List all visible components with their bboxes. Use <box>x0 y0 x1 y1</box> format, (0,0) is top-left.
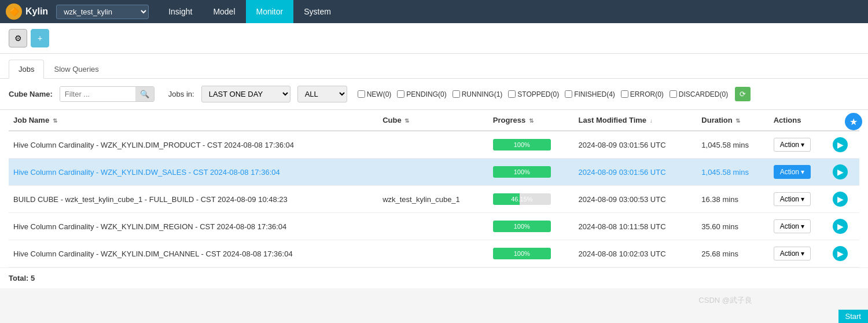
last-modified-cell: 2024-08-09 03:01:56 UTC <box>574 131 697 159</box>
progress-text: 100% <box>493 223 551 230</box>
job-name-cell: BUILD CUBE - wzk_test_kylin_cube_1 - FUL… <box>9 186 378 213</box>
progress-cell: 100% <box>488 159 574 186</box>
search-button[interactable]: 🔍 <box>135 87 154 101</box>
detail-cell: ▶ <box>828 131 859 159</box>
brand-name: Kylin <box>25 6 48 17</box>
star-button[interactable]: ★ <box>845 113 862 130</box>
detail-button[interactable]: ▶ <box>833 164 848 179</box>
detail-cell: ▶ <box>828 186 859 213</box>
action-cell: Action ▾ <box>769 213 829 240</box>
type-select[interactable]: ALL BUILD MERGE <box>297 86 347 102</box>
nav-tab-monitor[interactable]: Monitor <box>246 0 294 23</box>
action-button[interactable]: Action ▾ <box>774 138 811 152</box>
progress-text: 46.15% <box>493 196 551 203</box>
job-name-cell: Hive Column Cardinality - WZK_KYLIN.DIM_… <box>9 213 378 240</box>
progress-text: 100% <box>493 168 551 175</box>
action-button[interactable]: Action ▾ <box>774 247 811 260</box>
job-name-cell: Hive Column Cardinality - WZK_KYLIN.DW_S… <box>9 159 378 186</box>
duration-cell: 1,045.58 mins <box>697 131 768 159</box>
progress-cell: 100% <box>488 131 574 159</box>
jobs-table: Job Name ⇅ Cube ⇅ Progress ⇅ Last Modifi… <box>9 110 859 267</box>
cube-filter-wrap: 🔍 <box>60 86 155 102</box>
cube-cell <box>378 213 488 240</box>
cube-cell <box>378 240 488 267</box>
sort-icon-cube: ⇅ <box>404 118 409 124</box>
checkbox-stopped[interactable]: STOPPED(0) <box>508 90 559 98</box>
action-cell: Action ▾ <box>769 240 829 267</box>
tab-jobs[interactable]: Jobs <box>9 60 44 79</box>
sort-icon-duration: ⇅ <box>735 118 740 124</box>
status-checkboxes: NEW(0) PENDING(0) RUNNING(1) STOPPED(0) … <box>358 90 729 98</box>
project-select[interactable]: wzk_test_kylin <box>56 5 149 19</box>
cube-cell <box>378 159 488 186</box>
col-job-name[interactable]: Job Name ⇅ <box>9 110 378 131</box>
table-footer: Total: 5 <box>0 267 868 288</box>
col-cube[interactable]: Cube ⇅ <box>378 110 488 131</box>
sort-icon-progress: ⇅ <box>529 118 534 124</box>
detail-button[interactable]: ▶ <box>833 246 848 261</box>
table-row: Hive Column Cardinality - WZK_KYLIN.DIM_… <box>9 213 859 240</box>
jobs-in-label: Jobs in: <box>168 90 194 98</box>
checkbox-new[interactable]: NEW(0) <box>358 90 392 98</box>
table-row: Hive Column Cardinality - WZK_KYLIN.DW_S… <box>9 159 859 186</box>
detail-button[interactable]: ▶ <box>833 219 848 234</box>
action-cell: Action ▾ <box>769 186 829 213</box>
nav-tab-insight[interactable]: Insight <box>158 0 203 23</box>
checkbox-running[interactable]: RUNNING(1) <box>453 90 503 98</box>
sort-icon-job-name: ⇅ <box>53 118 57 124</box>
detail-button[interactable]: ▶ <box>833 137 848 152</box>
add-button[interactable]: + <box>31 29 49 47</box>
job-name-cell: Hive Column Cardinality - WZK_KYLIN.DIM_… <box>9 131 378 159</box>
progress-text: 100% <box>493 250 551 257</box>
nav-tab-model[interactable]: Model <box>203 0 245 23</box>
detail-cell: ▶ <box>828 240 859 267</box>
detail-cell: ▶ <box>828 159 859 186</box>
toolbar: ⚙ + <box>0 23 868 54</box>
progress-text: 100% <box>493 141 551 148</box>
table-row: Hive Column Cardinality - WZK_KYLIN.DIM_… <box>9 240 859 267</box>
progress-cell: 100% <box>488 240 574 267</box>
action-button[interactable]: Action ▾ <box>774 219 811 233</box>
navbar: 🔶 Kylin wzk_test_kylin Insight Model Mon… <box>0 0 868 23</box>
last-modified-cell: 2024-08-08 10:11:58 UTC <box>574 213 697 240</box>
col-progress[interactable]: Progress ⇅ <box>488 110 574 131</box>
duration-cell: 25.68 mins <box>697 240 768 267</box>
action-cell: Action ▾ <box>769 159 829 186</box>
duration-cell: 35.60 mins <box>697 213 768 240</box>
total-label: Total: 5 <box>9 274 35 282</box>
nav-tabs: Insight Model Monitor System <box>158 0 341 23</box>
sort-icon-last-modified: ↓ <box>650 118 653 124</box>
checkbox-finished[interactable]: FINISHED(4) <box>565 90 615 98</box>
action-button[interactable]: Action ▾ <box>774 165 811 179</box>
refresh-button[interactable]: ⟳ <box>735 87 751 101</box>
job-name-link[interactable]: Hive Column Cardinality - WZK_KYLIN.DW_S… <box>13 168 280 177</box>
page-tabs: Jobs Slow Queries <box>0 54 868 79</box>
detail-button[interactable]: ▶ <box>833 192 848 207</box>
detail-cell: ▶ <box>828 213 859 240</box>
last-modified-cell: 2024-08-08 10:02:03 UTC <box>574 240 697 267</box>
duration-cell: 16.38 mins <box>697 186 768 213</box>
table-row: BUILD CUBE - wzk_test_kylin_cube_1 - FUL… <box>9 186 859 213</box>
checkbox-error[interactable]: ERROR(0) <box>621 90 664 98</box>
checkbox-discarded[interactable]: DISCARDED(0) <box>670 90 728 98</box>
brand: 🔶 Kylin <box>6 3 48 20</box>
nav-tab-system[interactable]: System <box>293 0 341 23</box>
col-last-modified[interactable]: Last Modified Time ↓ <box>574 110 697 131</box>
cube-cell <box>378 131 488 159</box>
action-button[interactable]: Action ▾ <box>774 192 811 206</box>
jobs-in-select[interactable]: LAST ONE DAY LAST ONE WEEK LAST ONE MONT… <box>201 86 290 102</box>
progress-cell: 100% <box>488 213 574 240</box>
last-modified-cell: 2024-08-09 03:01:56 UTC <box>574 159 697 186</box>
kylin-logo-icon: 🔶 <box>6 3 22 20</box>
job-name-cell: Hive Column Cardinality - WZK_KYLIN.DIM_… <box>9 240 378 267</box>
last-modified-cell: 2024-08-09 03:00:53 UTC <box>574 186 697 213</box>
jobs-table-wrap: Job Name ⇅ Cube ⇅ Progress ⇅ Last Modifi… <box>0 110 868 267</box>
checkbox-pending[interactable]: PENDING(0) <box>397 90 446 98</box>
cube-filter-input[interactable] <box>60 87 135 101</box>
duration-cell: 1,045.58 mins <box>697 159 768 186</box>
tab-slow-queries[interactable]: Slow Queries <box>44 60 108 78</box>
cube-cell: wzk_test_kylin_cube_1 <box>378 186 488 213</box>
col-duration[interactable]: Duration ⇅ <box>697 110 768 131</box>
action-cell: Action ▾ <box>769 131 829 159</box>
settings-button[interactable]: ⚙ <box>9 29 27 47</box>
